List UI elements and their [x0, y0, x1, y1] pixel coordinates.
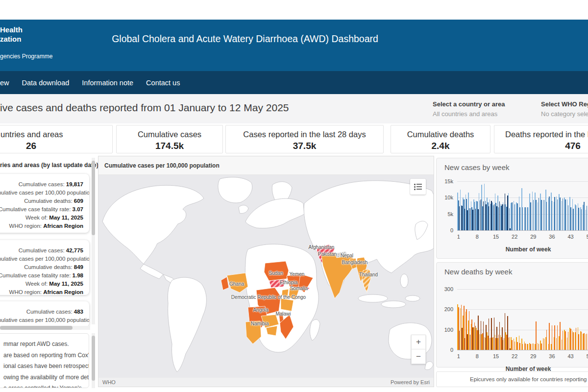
bar-cases-mid-week-48 — [584, 202, 585, 230]
chart-plot-area[interactable]: 15k10k5k018152229364350Number of week — [437, 158, 588, 258]
bar-cases-dark-week-2 — [462, 206, 463, 230]
app-header: Health zation gencies Programme Global C… — [0, 20, 588, 71]
x-axis-tick: 43 — [568, 353, 574, 359]
bar-cases-dark-week-15 — [496, 206, 497, 230]
x-axis-tick: 8 — [476, 234, 479, 240]
kpi-countries-value: 26 — [15, 141, 47, 151]
who-region-select[interactable]: Select WHO Reg No category sele — [541, 100, 588, 118]
x-axis-tick: 15 — [493, 234, 499, 240]
bar-cases-mid-week-40 — [563, 198, 564, 230]
country-card-row: Cumulative cases: 483 — [0, 308, 83, 316]
bar-deaths-orange-week-34 — [546, 330, 547, 350]
x-axis-line — [457, 350, 588, 350]
bar-deaths-orange-week-32 — [541, 343, 542, 350]
y-axis-tick: 10k — [439, 195, 453, 200]
x-axis-tick: 1 — [457, 353, 460, 359]
map-title: Cumulative cases per 100,000 population — [104, 162, 220, 169]
who-logo: Health zation — [0, 25, 23, 44]
zoom-out-button[interactable]: − — [411, 349, 426, 364]
y-axis-tick: 200 — [439, 306, 453, 312]
map-attribution: WHO Powered by Esri — [98, 378, 434, 387]
bar-deaths-orange-week-49 — [587, 334, 588, 350]
legend-list-icon — [414, 183, 422, 190]
x-axis-tick: 22 — [512, 234, 517, 240]
nav-item-ew[interactable]: ew — [0, 79, 9, 87]
kpi-cases-28-days-label: Cases reported in the last 28 days — [226, 130, 383, 139]
bar-deaths-brown-week-5 — [470, 335, 471, 350]
country-list-scrollbar[interactable] — [92, 158, 95, 324]
world-map[interactable]: AfghanistanPakistanNepalBangladeshThaila… — [98, 175, 434, 378]
bar-deaths-orange-week-36 — [552, 325, 553, 350]
bar-cases-mid-week-35 — [549, 196, 550, 230]
country-select-label: Select a country or area — [433, 100, 505, 108]
x-axis-tick: 1 — [457, 234, 460, 240]
bar-cases-dark-week-16 — [499, 201, 500, 230]
country-select[interactable]: Select a country or area All countries a… — [433, 100, 505, 118]
kpi-cumulative-deaths-label: Cumulative deaths — [391, 130, 490, 139]
bar-cases-mid-week-32 — [541, 200, 542, 230]
footnote-line: mmar report AWD cases. — [3, 339, 89, 350]
bar-deaths-orange-week-45 — [576, 328, 577, 350]
bar-cases-mid-week-39 — [560, 197, 561, 230]
map-legend-button[interactable] — [410, 179, 426, 195]
bar-deaths-brown-week-19 — [507, 316, 508, 350]
nav-item-information-note[interactable]: Information note — [82, 79, 133, 87]
country-list-scrollbar-thumb[interactable] — [92, 161, 95, 235]
bar-deaths-brown-week-20 — [510, 348, 511, 350]
country-list-hscrollbar-thumb[interactable] — [0, 326, 73, 330]
epicurve-note: Epicurves only available for countries r… — [436, 371, 588, 387]
map-attribution-who: WHO — [102, 379, 116, 385]
bar-cases-dark-week-9 — [481, 199, 482, 230]
country-select-value[interactable]: All countries and areas — [433, 110, 505, 118]
zoom-in-button[interactable]: + — [411, 335, 426, 349]
footnote-line: e areas controlled by Yemen's — [3, 383, 89, 388]
y-axis-tick: 15k — [439, 178, 453, 184]
country-card-row: Cumulative cases: 42,775 — [0, 246, 83, 255]
bar-deaths-orange-week-41 — [565, 331, 566, 350]
map-attribution-esri[interactable]: Powered by Esri — [391, 379, 430, 385]
country-list-panel: ries and areas (by last update date) Cum… — [0, 156, 96, 392]
kpi-cumulative-deaths-value: 2.4k — [391, 141, 490, 151]
bar-cases-dark-week-12 — [489, 206, 490, 230]
bar-deaths-orange-week-29 — [533, 343, 534, 350]
country-card[interactable]: Cumulative cases: 483Cumulative cases pe… — [0, 301, 89, 327]
bar-cases-dark-week-19 — [507, 196, 508, 230]
x-axis-tick: 50 — [587, 234, 588, 240]
bar-cases-mid-week-38 — [557, 199, 558, 230]
country-card[interactable]: Cumulative cases: 42,775Cumulative cases… — [0, 240, 89, 295]
bar-deaths-orange-week-30 — [536, 321, 537, 350]
bar-cases-mid-week-33 — [544, 200, 545, 230]
bar-deaths-brown-week-18 — [505, 313, 506, 350]
kpi-deaths-28-days: Deaths reported in the l 476 — [494, 125, 588, 153]
nav-item-data-download[interactable]: Data download — [22, 79, 70, 87]
bar-cases-mid-week-29 — [533, 200, 534, 230]
who-logo-text-2: zation — [0, 34, 23, 44]
footnote-scrollbar[interactable] — [92, 333, 95, 388]
x-axis-label: Number of week — [457, 246, 588, 253]
country-card-row: Cumulative cases per 100,000 population:… — [0, 255, 83, 263]
kpi-cumulative-deaths: Cumulative deaths 2.4k — [391, 125, 490, 153]
bar-cases-mid-week-41 — [565, 199, 566, 230]
y-axis-tick: 5k — [439, 211, 453, 217]
main-nav: ewData downloadInformation noteContact u… — [0, 71, 588, 94]
bar-deaths-brown-week-2 — [462, 328, 463, 350]
who-region-select-value[interactable]: No category sele — [541, 110, 588, 118]
kpi-cumulative-cases-label: Cumulative cases — [117, 130, 222, 139]
country-list-hscrollbar[interactable] — [0, 326, 90, 330]
bar-deaths-orange-week-48 — [584, 333, 585, 350]
bar-cases-mid-week-37 — [554, 197, 555, 230]
country-card[interactable]: Cumulative cases: 19,817Cumulative cases… — [0, 174, 89, 233]
footnote-line: ional cases have been retrospectively — [3, 361, 89, 372]
y-axis-tick: 0 — [439, 347, 453, 353]
bar-deaths-orange-week-44 — [573, 332, 574, 350]
x-axis-tick: 22 — [512, 353, 517, 359]
new-cases-by-week-chart: New cases by week 15k10k5k01815222936435… — [436, 158, 588, 259]
bar-deaths-orange-week-33 — [544, 339, 545, 350]
chart-plot-area[interactable]: 300200100018152229364350Number of week — [437, 263, 588, 367]
kpi-cumulative-cases: Cumulative cases 174.5k — [116, 125, 223, 153]
nav-item-contact-us[interactable]: Contact us — [146, 79, 180, 87]
bar-deaths-orange-week-38 — [557, 325, 558, 350]
bar-deaths-brown-week-12 — [489, 318, 490, 350]
footnote-scrollbar-thumb[interactable] — [92, 336, 95, 381]
x-axis-tick: 36 — [549, 234, 555, 240]
